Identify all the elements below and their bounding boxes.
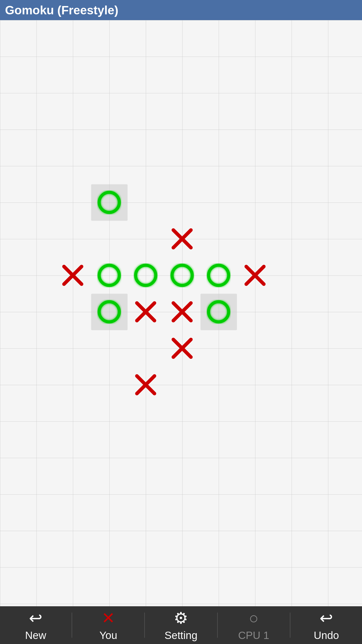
cpu-button[interactable]: ○ CPU 1: [218, 606, 289, 644]
piece-x[interactable]: [127, 294, 164, 330]
new-label: New: [25, 629, 46, 641]
piece-x[interactable]: [55, 257, 91, 294]
setting-label: Setting: [165, 629, 198, 641]
piece-o[interactable]: [200, 294, 237, 330]
bottom-bar: ↩ New ✕ You ⚙ Setting ○ CPU 1 ↩ Undo: [0, 606, 362, 644]
piece-o[interactable]: [91, 294, 127, 330]
svg-point-11: [99, 302, 119, 322]
svg-point-16: [209, 302, 229, 322]
you-icon: ✕: [102, 609, 115, 627]
divider-2: [144, 613, 145, 638]
setting-button[interactable]: ⚙ Setting: [146, 606, 216, 644]
you-button[interactable]: ✕ You: [73, 606, 144, 644]
svg-point-8: [209, 265, 229, 286]
piece-o[interactable]: [164, 257, 200, 294]
piece-x[interactable]: [164, 294, 200, 330]
title-bar: Gomoku (Freestyle): [0, 0, 362, 20]
new-icon: ↩: [29, 609, 42, 627]
piece-o[interactable]: [127, 257, 164, 294]
svg-point-0: [99, 192, 119, 213]
piece-o[interactable]: [91, 184, 127, 221]
piece-x[interactable]: [164, 330, 200, 367]
cpu-label: CPU 1: [238, 629, 269, 641]
gear-icon: ⚙: [174, 609, 188, 627]
game-board[interactable]: [0, 20, 362, 606]
divider-3: [217, 613, 218, 638]
piece-o[interactable]: [91, 257, 127, 294]
game-title: Gomoku (Freestyle): [5, 3, 118, 17]
divider-4: [290, 613, 290, 638]
piece-x[interactable]: [237, 257, 273, 294]
cpu-icon: ○: [249, 609, 259, 627]
new-button[interactable]: ↩ New: [1, 606, 71, 644]
pieces-layer: [0, 20, 362, 606]
undo-button[interactable]: ↩ Undo: [291, 606, 361, 644]
piece-x[interactable]: [164, 221, 200, 257]
svg-point-5: [99, 265, 119, 286]
undo-icon: ↩: [320, 609, 333, 627]
piece-o[interactable]: [200, 257, 237, 294]
divider-1: [72, 613, 72, 638]
undo-label: Undo: [314, 629, 339, 641]
svg-point-7: [172, 265, 192, 286]
piece-x[interactable]: [127, 367, 164, 403]
you-label: You: [99, 629, 117, 641]
svg-point-6: [136, 265, 156, 286]
